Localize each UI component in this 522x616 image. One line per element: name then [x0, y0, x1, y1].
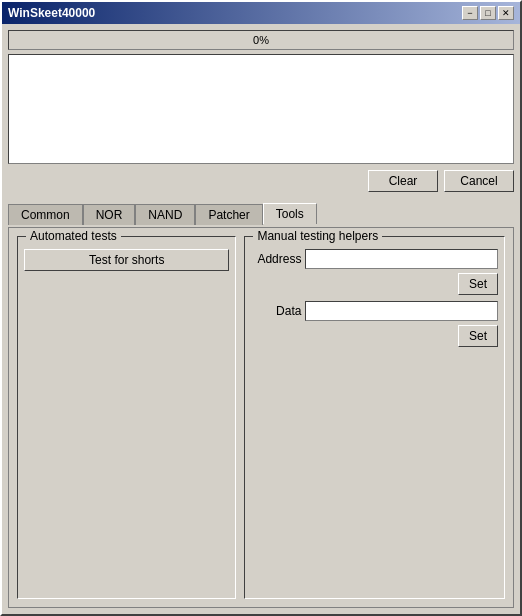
clear-button[interactable]: Clear: [368, 170, 438, 192]
title-bar: WinSkeet40000 − □ ✕: [2, 2, 520, 24]
data-input[interactable]: [305, 301, 498, 321]
tab-common[interactable]: Common: [8, 204, 83, 225]
cancel-button[interactable]: Cancel: [444, 170, 514, 192]
main-window: WinSkeet40000 − □ ✕ 0% Clear Cancel Comm…: [0, 0, 522, 616]
automated-tests-label: Automated tests: [26, 229, 121, 243]
address-set-button[interactable]: Set: [458, 273, 498, 295]
progress-bar-container: 0%: [8, 30, 514, 50]
tab-content: Automated tests Test for shorts Manual t…: [8, 227, 514, 608]
tab-nor[interactable]: NOR: [83, 204, 136, 225]
manual-helpers-group: Manual testing helpers Address Set Data …: [244, 236, 505, 599]
address-set-row: Set: [251, 273, 498, 295]
close-button[interactable]: ✕: [498, 6, 514, 20]
automated-tests-group: Automated tests Test for shorts: [17, 236, 236, 599]
data-set-button[interactable]: Set: [458, 325, 498, 347]
address-row: Address: [251, 249, 498, 269]
tab-nand[interactable]: NAND: [135, 204, 195, 225]
log-area[interactable]: [8, 54, 514, 164]
address-label: Address: [251, 252, 301, 266]
tab-tools[interactable]: Tools: [263, 203, 317, 224]
progress-label: 0%: [253, 34, 269, 46]
window-controls: − □ ✕: [462, 6, 514, 20]
data-row: Data: [251, 301, 498, 321]
tab-patcher[interactable]: Patcher: [195, 204, 262, 225]
maximize-button[interactable]: □: [480, 6, 496, 20]
button-row: Clear Cancel: [8, 168, 514, 194]
address-input[interactable]: [305, 249, 498, 269]
manual-helpers-label: Manual testing helpers: [253, 229, 382, 243]
window-body: 0% Clear Cancel Common NOR NAND Patcher …: [2, 24, 520, 614]
window-title: WinSkeet40000: [8, 6, 95, 20]
test-for-shorts-button[interactable]: Test for shorts: [24, 249, 229, 271]
minimize-button[interactable]: −: [462, 6, 478, 20]
data-set-row: Set: [251, 325, 498, 347]
tab-bar: Common NOR NAND Patcher Tools: [8, 202, 514, 223]
data-label: Data: [251, 304, 301, 318]
